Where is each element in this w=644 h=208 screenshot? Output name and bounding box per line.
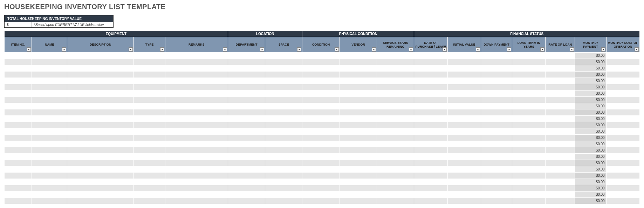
table-cell[interactable] <box>134 192 165 198</box>
table-cell[interactable] <box>265 103 302 109</box>
table-cell[interactable] <box>32 59 67 65</box>
table-cell[interactable] <box>606 147 639 154</box>
table-cell[interactable] <box>606 122 639 128</box>
table-cell[interactable] <box>414 78 447 84</box>
table-cell[interactable] <box>5 135 32 141</box>
table-cell[interactable] <box>512 147 546 154</box>
table-cell[interactable] <box>228 116 265 122</box>
table-cell[interactable] <box>606 185 639 192</box>
table-cell[interactable] <box>5 84 32 90</box>
table-cell[interactable] <box>32 103 67 109</box>
table-cell[interactable] <box>32 78 67 84</box>
table-cell[interactable] <box>302 192 340 198</box>
table-cell[interactable] <box>228 179 265 185</box>
table-cell[interactable] <box>340 135 377 141</box>
table-cell[interactable] <box>302 122 340 128</box>
table-cell[interactable] <box>546 154 575 160</box>
table-cell[interactable] <box>228 72 265 78</box>
table-cell[interactable] <box>377 109 414 116</box>
table-cell[interactable] <box>134 154 165 160</box>
table-cell[interactable]: $0.00 <box>575 59 607 65</box>
table-cell[interactable] <box>302 173 340 179</box>
table-cell[interactable] <box>340 128 377 135</box>
table-cell[interactable] <box>228 166 265 173</box>
table-cell[interactable] <box>165 166 228 173</box>
table-cell[interactable] <box>481 147 512 154</box>
table-cell[interactable] <box>481 53 512 59</box>
table-cell[interactable] <box>340 97 377 103</box>
table-cell[interactable] <box>165 198 228 204</box>
table-cell[interactable] <box>67 135 134 141</box>
table-cell[interactable] <box>165 90 228 97</box>
table-cell[interactable] <box>32 185 67 192</box>
table-cell[interactable] <box>447 109 481 116</box>
table-cell[interactable] <box>512 97 546 103</box>
filter-dropdown-icon[interactable] <box>443 47 447 52</box>
table-cell[interactable] <box>134 59 165 65</box>
table-cell[interactable]: $0.00 <box>575 147 607 154</box>
table-cell[interactable]: $0.00 <box>575 65 607 72</box>
table-cell[interactable] <box>606 141 639 147</box>
table-cell[interactable] <box>447 59 481 65</box>
table-cell[interactable] <box>377 72 414 78</box>
table-cell[interactable] <box>67 109 134 116</box>
table-cell[interactable] <box>165 109 228 116</box>
table-cell[interactable] <box>67 59 134 65</box>
table-cell[interactable] <box>165 78 228 84</box>
table-cell[interactable] <box>165 53 228 59</box>
table-cell[interactable] <box>134 147 165 154</box>
table-cell[interactable] <box>32 122 67 128</box>
table-cell[interactable] <box>546 97 575 103</box>
table-cell[interactable] <box>546 122 575 128</box>
table-cell[interactable] <box>447 103 481 109</box>
table-cell[interactable] <box>447 179 481 185</box>
table-cell[interactable] <box>32 65 67 72</box>
table-cell[interactable] <box>302 65 340 72</box>
table-cell[interactable] <box>302 116 340 122</box>
table-cell[interactable] <box>265 78 302 84</box>
table-cell[interactable] <box>546 53 575 59</box>
table-cell[interactable] <box>546 72 575 78</box>
table-cell[interactable] <box>340 65 377 72</box>
table-cell[interactable] <box>67 166 134 173</box>
table-cell[interactable]: $0.00 <box>575 198 607 204</box>
table-cell[interactable] <box>134 78 165 84</box>
table-cell[interactable] <box>481 166 512 173</box>
table-cell[interactable] <box>67 65 134 72</box>
table-cell[interactable] <box>447 84 481 90</box>
table-cell[interactable] <box>546 160 575 166</box>
table-cell[interactable] <box>165 84 228 90</box>
table-cell[interactable] <box>228 128 265 135</box>
table-cell[interactable] <box>228 90 265 97</box>
table-cell[interactable]: $0.00 <box>575 128 607 135</box>
table-cell[interactable] <box>546 59 575 65</box>
table-cell[interactable] <box>481 128 512 135</box>
table-cell[interactable] <box>546 128 575 135</box>
table-cell[interactable] <box>606 65 639 72</box>
table-cell[interactable] <box>32 116 67 122</box>
table-cell[interactable] <box>32 192 67 198</box>
table-cell[interactable] <box>265 128 302 135</box>
table-cell[interactable] <box>414 97 447 103</box>
table-cell[interactable] <box>447 198 481 204</box>
table-cell[interactable] <box>32 90 67 97</box>
filter-dropdown-icon[interactable] <box>160 47 164 52</box>
table-cell[interactable] <box>302 160 340 166</box>
table-cell[interactable] <box>340 192 377 198</box>
table-cell[interactable] <box>414 141 447 147</box>
table-cell[interactable] <box>340 90 377 97</box>
table-cell[interactable] <box>481 173 512 179</box>
table-cell[interactable] <box>228 84 265 90</box>
table-cell[interactable] <box>546 103 575 109</box>
table-cell[interactable] <box>512 198 546 204</box>
table-cell[interactable] <box>606 116 639 122</box>
table-cell[interactable] <box>481 78 512 84</box>
table-cell[interactable] <box>302 166 340 173</box>
table-cell[interactable] <box>414 116 447 122</box>
table-cell[interactable]: $0.00 <box>575 185 607 192</box>
table-cell[interactable] <box>340 116 377 122</box>
table-cell[interactable] <box>481 185 512 192</box>
filter-dropdown-icon[interactable] <box>27 47 31 52</box>
table-cell[interactable] <box>265 198 302 204</box>
table-cell[interactable] <box>447 135 481 141</box>
